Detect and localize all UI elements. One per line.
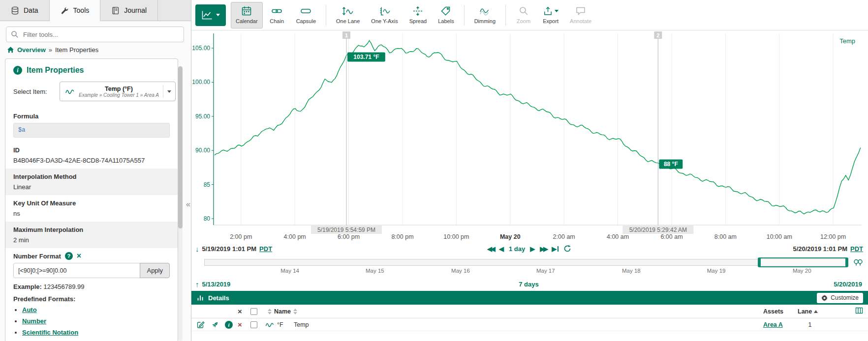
timebar-selection[interactable] [759,257,847,267]
investigate-start-date[interactable]: 5/13/2019 [202,281,231,288]
help-icon[interactable]: ? [65,252,73,260]
step-forward-button[interactable]: ▶ [530,245,535,253]
sidebar-scrollbar[interactable] [178,66,183,341]
sidebar-tabs: Data Tools Journal [0,0,191,21]
asset-link[interactable]: Area A [763,321,783,328]
collapse-sidebar-button[interactable]: « [186,200,190,208]
format-example-value: 123456789.99 [43,283,84,290]
home-icon[interactable] [7,46,14,54]
svg-text:8:00 pm: 8:00 pm [391,233,413,240]
field-key-unit: Key Unit Of Measure ns [5,195,178,222]
tab-journal[interactable]: Journal [100,0,158,21]
step-to-now-button[interactable]: ▶ [552,245,558,253]
dimming-icon [479,6,491,16]
field-id: ID B4B046F3-DA3D-42AE-8CD8-74A11075A557 [5,142,178,169]
details-table-row[interactable]: i × °F Temp Area A 1 [191,318,868,331]
svg-text:12:00 pm: 12:00 pm [820,233,846,240]
edit-properties-button[interactable] [196,320,211,329]
predefined-formats-label: Predefined Formats: [5,291,178,304]
toolbar-button-calendar[interactable]: Calendar [231,2,263,28]
investigate-duration[interactable]: 7 days [519,281,538,288]
step-forward-half-button[interactable]: ▶▶ [540,245,547,253]
tab-journal-label: Journal [124,6,147,14]
lane-value: 1 [798,321,822,328]
name-column-header[interactable]: Name [274,308,291,315]
toolbar-button-spread[interactable]: Spread [404,2,432,28]
filter-tools-input[interactable] [6,27,184,42]
format-example: Example: 123456789.99 [5,278,178,291]
investigate-end-date[interactable]: 5/20/2019 [834,281,862,288]
lane-column-header[interactable]: Lane [798,308,812,315]
number-format-input[interactable] [13,263,140,278]
refresh-icon[interactable] [563,245,571,253]
item-name[interactable]: Temp [294,321,309,328]
predefined-format-number[interactable]: Number [22,317,46,325]
item-unit: °F [277,321,294,328]
rocket-icon[interactable] [211,321,225,329]
clear-number-format-icon[interactable]: × [77,253,81,259]
apply-button[interactable]: Apply [140,263,170,278]
tab-tools[interactable]: Tools [50,0,101,21]
svg-text:May 20: May 20 [500,233,521,240]
sort-icon[interactable] [293,309,297,314]
toolbar-button-one-y-axis[interactable]: One Y-Axis [366,2,403,28]
view-mode-button[interactable] [195,4,226,26]
svg-text:88 °F: 88 °F [664,161,678,168]
shift-range-up-icon[interactable]: ↑ [195,280,199,288]
svg-text:4:00 am: 4:00 am [607,233,629,240]
timezone-link-start[interactable]: PDT [259,245,272,253]
timezone-link-end[interactable]: PDT [850,245,863,253]
customize-button[interactable]: Customize [817,293,863,303]
gear-icon [821,295,828,301]
svg-text:100.00: 100.00 [192,79,210,85]
tab-data[interactable]: Data [0,0,50,21]
step-back-button[interactable]: ◀ [499,245,504,253]
svg-text:10:00 am: 10:00 am [767,233,792,240]
shift-range-down-icon[interactable]: ↓ [195,245,199,253]
field-id-value: B4B046F3-DA3D-42AE-8CD8-74A11075A557 [13,157,170,164]
toolbar-button-one-lane[interactable]: One Lane [331,2,365,28]
predefined-format-auto[interactable]: Auto [22,306,37,313]
item-select-dropdown[interactable]: Temp (°F) Example » Cooling Tower 1 » Ar… [60,82,176,101]
predefined-format-scientific[interactable]: Scientific Notation [22,329,78,336]
toolbar-button-chain[interactable]: Chain [264,2,290,28]
add-column-icon[interactable] [855,307,863,314]
step-back-half-button[interactable]: ◀◀ [487,245,494,253]
breadcrumb-separator: » [49,46,52,54]
display-range-start[interactable]: 5/19/2019 1:01 PM [202,245,257,253]
chevron-down-icon [216,14,220,16]
svg-text:10:00 pm: 10:00 pm [443,233,469,240]
duration-button[interactable]: 1 day [509,245,525,253]
toolbar-separator [464,5,465,26]
toolbar-button-dimming[interactable]: Dimming [469,2,500,28]
sort-icon[interactable] [268,309,272,314]
svg-text:95.00: 95.00 [195,113,210,120]
display-range-end[interactable]: 5/20/2019 1:01 PM [793,245,847,253]
toolbar-button-capsule[interactable]: Capsule [291,2,321,28]
scrollbar-thumb[interactable] [178,66,183,228]
timebar-zoom-icon[interactable] [853,258,863,267]
remove-item-button[interactable]: × [238,320,242,329]
row-checkbox[interactable] [250,321,257,328]
formula-input[interactable]: $a [13,123,170,138]
timebar[interactable]: May 14May 15May 16May 17May 18May 19May … [204,257,848,277]
breadcrumb-overview-link[interactable]: Overview [17,46,46,54]
timebar-track[interactable] [204,259,848,266]
item-info-button[interactable]: i [225,321,238,329]
toolbar-button-labels[interactable]: Labels [433,2,459,28]
field-interpolation-method: Interpolation Method Linear [5,169,178,195]
toolbar-button-export[interactable]: Export [538,2,563,28]
assets-column-header[interactable]: Assets [763,308,798,315]
main-content: Calendar Chain Capsule One Lane One Y-Ax… [191,0,868,341]
details-panel-header: Details Customize [191,291,868,305]
search-icon [11,30,19,38]
signal-icon [65,88,75,95]
toolbar: Calendar Chain Capsule One Lane One Y-Ax… [191,0,868,30]
series-label-temp[interactable]: Temp [839,37,855,45]
trend-chart[interactable]: 2:00 pm4:00 pm6:00 pm8:00 pm10:00 pmMay … [191,30,868,242]
chart-canvas[interactable]: 2:00 pm4:00 pm6:00 pm8:00 pm10:00 pmMay … [191,30,868,242]
timebar-label: May 16 [451,268,470,274]
select-all-checkbox[interactable] [250,308,257,315]
remove-all-items-button[interactable]: × [238,307,242,315]
tab-data-label: Data [24,6,38,14]
